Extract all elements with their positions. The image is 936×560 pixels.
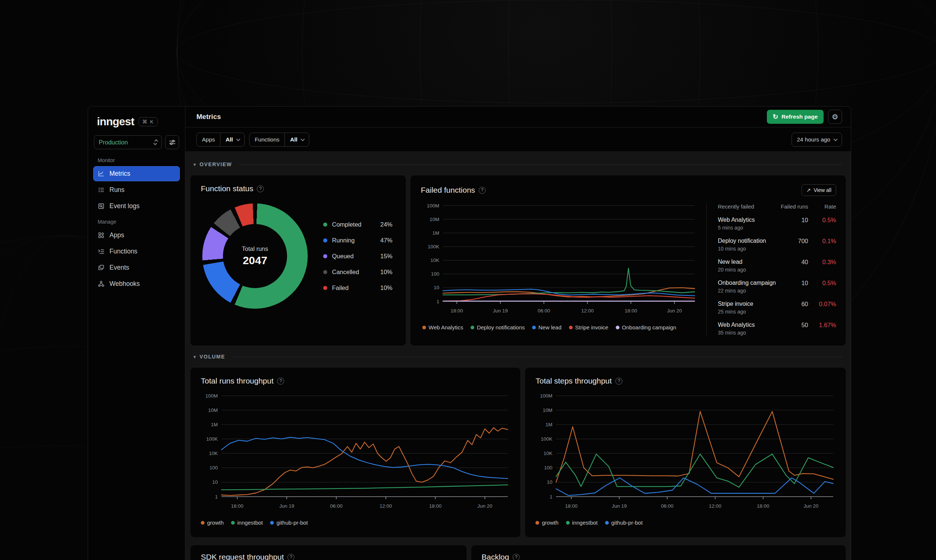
functions-filter[interactable]: Functions All xyxy=(249,132,309,147)
function-name: Web Analytics xyxy=(718,217,776,223)
svg-text:1M: 1M xyxy=(432,230,439,236)
table-row[interactable]: Stripe invoice25 mins ago 60 0.07% xyxy=(718,301,836,315)
svg-text:1M: 1M xyxy=(211,422,218,428)
collapse-caret-icon: ▾ xyxy=(194,162,196,167)
events-icon xyxy=(98,264,105,271)
runs-list-icon xyxy=(98,186,105,194)
app-window: inngest ⌘ K Production Monitor xyxy=(88,106,851,560)
total-steps-throughput-card: Total steps throughput ? 100M10M1M100K10… xyxy=(525,368,846,537)
legend-dot xyxy=(569,326,573,329)
failure-rate: 1.67% xyxy=(808,322,836,335)
sidebar-item-event-logs[interactable]: Event logs xyxy=(93,198,180,214)
settings-button[interactable]: ⚙ xyxy=(828,110,842,124)
table-row[interactable]: Onboarding campaign22 mins ago 10 0.5% xyxy=(718,280,836,294)
donut-center-value: 2047 xyxy=(243,254,268,267)
svg-text:18:00: 18:00 xyxy=(565,503,578,509)
table-row[interactable]: Deploy notification10 mins ago 700 0.1% xyxy=(718,238,836,252)
environment-selector[interactable]: Production xyxy=(94,135,162,149)
updown-chevron-icon xyxy=(154,139,157,145)
legend-item-completed: Completed 24% xyxy=(323,217,393,232)
help-icon[interactable]: ? xyxy=(288,554,294,560)
arrow-up-right-icon: ↗ xyxy=(806,187,811,193)
failed-functions-title: Failed functions xyxy=(421,186,475,194)
view-all-label: View all xyxy=(814,187,831,193)
table-row[interactable]: New lead20 mins ago 40 0.3% xyxy=(718,258,836,272)
legend-item-failed: Failed 10% xyxy=(323,280,393,296)
svg-text:100K: 100K xyxy=(541,436,553,442)
legend-label: New lead xyxy=(538,324,562,331)
sidebar-item-metrics[interactable]: Metrics xyxy=(93,166,180,181)
svg-text:1: 1 xyxy=(550,494,553,500)
svg-text:12:00: 12:00 xyxy=(380,503,392,509)
help-icon[interactable]: ? xyxy=(513,554,520,560)
svg-text:Jun 19: Jun 19 xyxy=(612,503,627,509)
svg-text:100M: 100M xyxy=(540,393,553,398)
legend-label: Failed xyxy=(332,285,349,291)
svg-text:10K: 10K xyxy=(543,451,553,456)
volume-section-header[interactable]: ▾ VOLUME xyxy=(194,354,842,360)
sidebar-item-functions[interactable]: Functions xyxy=(93,244,180,259)
command-k-shortcut-badge[interactable]: ⌘ K xyxy=(139,117,158,126)
view-all-button[interactable]: ↗ View all xyxy=(802,184,836,196)
svg-text:1M: 1M xyxy=(546,422,553,428)
svg-text:100M: 100M xyxy=(427,203,439,209)
sidebar-item-label: Event logs xyxy=(109,202,140,210)
time-range-text: 24 hours ago xyxy=(797,136,831,143)
help-icon[interactable]: ? xyxy=(479,187,486,194)
functions-filter-value[interactable]: All xyxy=(285,133,309,146)
failure-rate: 0.5% xyxy=(808,217,836,231)
legend-value: 10% xyxy=(380,269,393,275)
sdk-request-throughput-title: SDK request throughput xyxy=(201,552,284,560)
function-name: Onboarding campaign xyxy=(718,280,776,286)
failed-runs-count: 10 xyxy=(776,280,808,294)
failed-time: 22 mins ago xyxy=(718,288,776,294)
svg-text:1: 1 xyxy=(436,299,439,304)
overview-section-header[interactable]: ▾ OVERVIEW xyxy=(194,162,842,167)
nav-section-monitor: Monitor xyxy=(98,157,180,163)
legend-item: New lead xyxy=(532,324,562,331)
legend-item-cancelled: Cancelled 10% xyxy=(323,264,393,280)
sidebar-item-runs[interactable]: Runs xyxy=(93,182,180,197)
svg-text:10M: 10M xyxy=(430,217,439,222)
help-icon[interactable]: ? xyxy=(277,378,284,385)
apps-filter[interactable]: Apps All xyxy=(196,132,245,147)
legend-dot xyxy=(270,521,274,525)
legend-label: inngestbot xyxy=(572,520,598,526)
legend-dot xyxy=(231,521,235,525)
sidebar-item-apps[interactable]: Apps xyxy=(93,228,180,243)
help-icon[interactable]: ? xyxy=(616,378,622,385)
legend-dot xyxy=(536,521,539,525)
apps-grid-icon xyxy=(98,232,105,239)
time-range-filter[interactable]: 24 hours ago xyxy=(791,132,842,147)
top-bar: Metrics ↻ Refresh page ⚙ xyxy=(185,106,851,128)
svg-text:Jun 19: Jun 19 xyxy=(493,308,508,314)
legend-label: github-pr-bot xyxy=(276,520,308,526)
legend-label: Completed xyxy=(332,221,362,228)
total-runs-throughput-card: Total runs throughput ? 100M10M1M100K10K… xyxy=(191,368,520,537)
legend-item: growth xyxy=(201,520,224,526)
table-row[interactable]: Web Analytics5 mins ago 10 0.5% xyxy=(718,217,836,231)
apps-filter-value[interactable]: All xyxy=(220,133,244,146)
legend-label: Cancelled xyxy=(332,269,359,275)
svg-text:18:00: 18:00 xyxy=(231,503,243,509)
function-name: Web Analytics xyxy=(718,322,776,328)
legend-label: Running xyxy=(332,237,354,244)
chevron-down-icon xyxy=(301,137,305,141)
legend-dot xyxy=(323,286,327,290)
table-row[interactable]: Web Analytics35 mins ago 50 1.67% xyxy=(718,322,836,335)
sidebar-item-label: Functions xyxy=(109,248,137,255)
help-icon[interactable]: ? xyxy=(257,185,264,192)
legend-item: github-pr-bot xyxy=(270,520,308,526)
legend-item: Onboarding campaign xyxy=(616,324,677,331)
refresh-page-label: Refresh page xyxy=(782,114,818,120)
functions-filter-label: Functions xyxy=(249,133,285,146)
sidebar-item-events[interactable]: Events xyxy=(93,260,180,275)
sidebar-item-webhooks[interactable]: Webhooks xyxy=(93,276,180,291)
refresh-page-button[interactable]: ↻ Refresh page xyxy=(767,110,824,124)
svg-text:100: 100 xyxy=(431,271,439,277)
line-chart-icon xyxy=(98,170,105,177)
failed-runs-count: 40 xyxy=(776,258,808,272)
failed-time: 10 mins ago xyxy=(718,246,776,252)
svg-text:18:00: 18:00 xyxy=(451,308,463,314)
environment-filter-button[interactable] xyxy=(165,135,179,149)
